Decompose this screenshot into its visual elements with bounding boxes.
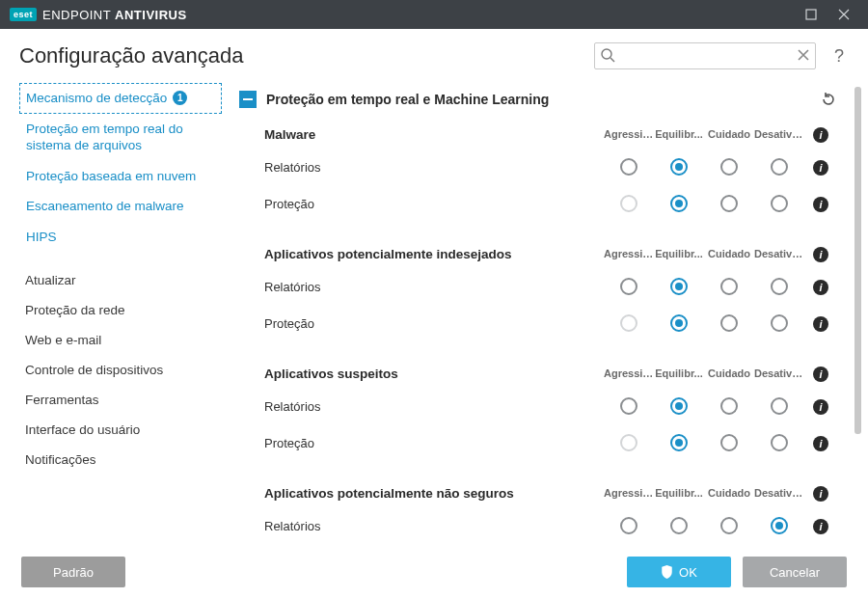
- category-header: Aplicativos potencialmente não segurosAg…: [264, 475, 837, 507]
- info-icon[interactable]: i: [813, 316, 828, 332]
- setting-row: Relatóriosi: [264, 268, 837, 305]
- radio-option[interactable]: [720, 158, 738, 176]
- page-title: Configuração avançada: [19, 43, 594, 68]
- setting-label: Relatórios: [264, 399, 604, 414]
- radio-option[interactable]: [771, 314, 788, 332]
- collapse-toggle-icon[interactable]: [239, 91, 257, 108]
- column-label: Desativa...: [754, 128, 804, 140]
- sidebar-item-web-email[interactable]: Web e e-mail: [19, 325, 222, 355]
- column-label: Equilibr...: [654, 487, 704, 499]
- section-header: Proteção em tempo real e Machine Learnin…: [231, 83, 851, 116]
- help-icon[interactable]: ?: [829, 46, 849, 67]
- info-icon[interactable]: i: [813, 127, 828, 143]
- scrollbar-track[interactable]: [856, 85, 864, 552]
- column-label: Equilibr...: [654, 128, 704, 140]
- search-field[interactable]: [594, 42, 816, 69]
- svg-point-1: [602, 49, 611, 59]
- category-name: Aplicativos suspeitos: [264, 367, 604, 381]
- column-label: Equilibr...: [654, 248, 704, 259]
- radio-option[interactable]: [670, 397, 688, 415]
- sidebar-item-realtime-fs[interactable]: Proteção em tempo real do sistema de arq…: [19, 114, 222, 161]
- radio-option[interactable]: [720, 434, 738, 451]
- ok-button[interactable]: OK: [627, 557, 731, 587]
- radio-option: [620, 314, 637, 332]
- svg-rect-0: [806, 10, 816, 19]
- column-label: Agressivo: [604, 128, 654, 140]
- column-label: Cuidado: [704, 128, 754, 140]
- cancel-button[interactable]: Cancelar: [743, 557, 847, 587]
- radio-option[interactable]: [771, 158, 788, 176]
- radio-option[interactable]: [620, 397, 637, 415]
- radio-option[interactable]: [771, 517, 788, 534]
- info-icon[interactable]: i: [813, 160, 828, 176]
- column-label: Agressivo: [604, 487, 654, 499]
- info-icon[interactable]: i: [813, 519, 828, 534]
- radio-option[interactable]: [720, 278, 738, 295]
- radio-option[interactable]: [620, 278, 637, 295]
- radio-option[interactable]: [620, 517, 637, 534]
- sidebar-item-hips[interactable]: HIPS: [19, 222, 222, 253]
- radio-option[interactable]: [771, 278, 788, 295]
- sidebar: Mecanismo de detecção 1 Proteção em temp…: [0, 83, 231, 554]
- radio-option[interactable]: [670, 434, 688, 451]
- sidebar-item-tools[interactable]: Ferramentas: [19, 385, 222, 415]
- search-input[interactable]: [594, 42, 816, 69]
- column-label: Desativa...: [754, 248, 804, 259]
- footer: Padrão OK Cancelar: [0, 546, 868, 598]
- revert-icon[interactable]: [820, 91, 837, 108]
- radio-option[interactable]: [720, 314, 738, 332]
- column-label: Desativa...: [754, 487, 804, 499]
- titlebar: eset ENDPOINT ANTIVIRUS: [0, 0, 868, 29]
- radio-option[interactable]: [620, 158, 637, 176]
- info-icon[interactable]: i: [813, 486, 828, 502]
- radio-option[interactable]: [771, 195, 788, 212]
- setting-row: Proteçãoi: [264, 424, 837, 461]
- scrollbar-thumb[interactable]: [854, 87, 861, 434]
- category-header: MalwareAgressivoEquilibr...CuidadoDesati…: [264, 116, 837, 149]
- setting-row: Proteçãoi: [264, 305, 837, 341]
- radio-option[interactable]: [670, 517, 688, 534]
- sidebar-item-update[interactable]: Atualizar: [19, 265, 222, 295]
- window-close-icon[interactable]: [827, 0, 860, 29]
- radio-option: [620, 434, 637, 451]
- clear-search-icon[interactable]: [797, 48, 810, 62]
- radio-option[interactable]: [670, 278, 688, 295]
- column-label: Cuidado: [704, 248, 754, 259]
- setting-label: Proteção: [264, 197, 604, 211]
- sidebar-item-network-protection[interactable]: Proteção da rede: [19, 295, 222, 325]
- sidebar-item-cloud-protection[interactable]: Proteção baseada em nuvem: [19, 161, 222, 192]
- radio-option[interactable]: [670, 314, 688, 332]
- radio-option[interactable]: [771, 434, 788, 451]
- info-icon[interactable]: i: [813, 436, 828, 451]
- svg-line-2: [610, 58, 614, 62]
- radio-option[interactable]: [670, 195, 688, 212]
- sidebar-item-ui[interactable]: Interface do usuário: [19, 415, 222, 445]
- shield-icon: [661, 565, 673, 579]
- category-name: Malware: [264, 127, 604, 142]
- info-icon[interactable]: i: [813, 280, 828, 295]
- search-icon: [600, 47, 615, 63]
- radio-option[interactable]: [720, 397, 738, 415]
- setting-row: Relatóriosi: [264, 507, 837, 544]
- sidebar-item-device-control[interactable]: Controle de dispositivos: [19, 355, 222, 385]
- setting-label: Proteção: [264, 436, 604, 450]
- sidebar-item-detection-engine[interactable]: Mecanismo de detecção 1: [19, 83, 222, 114]
- sidebar-item-notifications[interactable]: Notificações: [19, 445, 222, 475]
- info-icon[interactable]: i: [813, 247, 828, 262]
- category-header: Aplicativos potencialmente indesejadosAg…: [264, 235, 837, 268]
- setting-row: Proteçãoi: [264, 185, 837, 222]
- window-maximize-icon[interactable]: [795, 0, 827, 29]
- radio-option[interactable]: [720, 517, 738, 534]
- brand-badge: eset: [10, 8, 37, 21]
- column-label: Equilibr...: [654, 367, 704, 379]
- radio-option[interactable]: [670, 158, 688, 176]
- radio-option[interactable]: [771, 397, 788, 415]
- sidebar-item-malware-scan[interactable]: Escaneamento de malware: [19, 191, 222, 222]
- default-button[interactable]: Padrão: [21, 557, 125, 587]
- info-icon[interactable]: i: [813, 399, 828, 415]
- radio-option[interactable]: [720, 195, 738, 212]
- column-label: Cuidado: [704, 367, 754, 379]
- category-header: Aplicativos suspeitosAgressivoEquilibr..…: [264, 355, 837, 388]
- info-icon[interactable]: i: [813, 367, 828, 382]
- info-icon[interactable]: i: [813, 197, 828, 212]
